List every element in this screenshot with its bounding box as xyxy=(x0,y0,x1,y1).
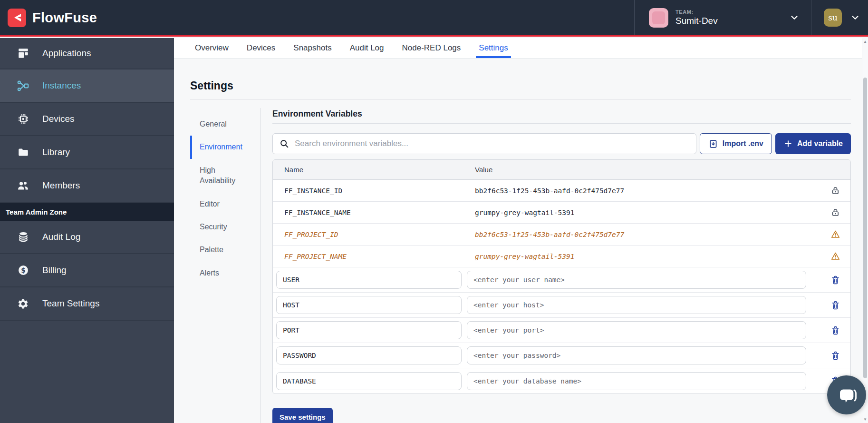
table-row xyxy=(273,343,850,368)
import-env-button[interactable]: Import .env xyxy=(700,133,772,154)
tab-audit-log[interactable]: Audit Log xyxy=(350,38,384,58)
sidebar-item-audit-log[interactable]: Audit Log xyxy=(0,221,174,254)
lock-icon xyxy=(820,186,850,196)
user-menu[interactable]: su xyxy=(811,0,868,35)
variable-value: bb2f6c53-1f25-453b-aafd-0c2f475d7e77 xyxy=(475,187,820,195)
table-row: FF_INSTANCE_ID bb2f6c53-1f25-453b-aafd-0… xyxy=(273,180,850,202)
table-row: FF_INSTANCE_NAME grumpy-grey-wagtail-539… xyxy=(273,202,850,224)
warning-icon xyxy=(820,251,850,261)
library-icon xyxy=(17,146,29,159)
svg-text:$: $ xyxy=(21,266,25,274)
billing-icon: $ xyxy=(17,264,29,277)
variable-name-input[interactable] xyxy=(276,296,462,314)
import-file-icon xyxy=(708,139,718,149)
sidebar-item-instances[interactable]: Instances xyxy=(0,69,174,103)
sidebar-item-members[interactable]: Members xyxy=(0,169,174,203)
team-label: TEAM: xyxy=(675,9,718,15)
tab-node-red-logs[interactable]: Node-RED Logs xyxy=(402,38,461,58)
variable-value-input[interactable] xyxy=(467,271,806,289)
devices-icon xyxy=(17,113,29,126)
variable-name-input[interactable] xyxy=(276,321,462,339)
sidebar-item-label: Devices xyxy=(42,114,75,124)
settings-nav-alerts[interactable]: Alerts xyxy=(190,262,260,285)
scrollbar-down-arrow[interactable]: ▼ xyxy=(862,417,868,422)
scrollbar-up-arrow[interactable]: ▲ xyxy=(862,39,868,44)
tab-snapshots[interactable]: Snapshots xyxy=(293,38,331,58)
settings-nav-general[interactable]: General xyxy=(190,113,260,136)
tab-overview[interactable]: Overview xyxy=(195,38,229,58)
lock-icon xyxy=(820,207,850,217)
variable-name: FF_PROJECT_NAME xyxy=(273,253,475,260)
sidebar-item-team-settings[interactable]: Team Settings xyxy=(0,287,174,321)
search-box xyxy=(272,133,696,154)
instance-tabs: Overview Devices Snapshots Audit Log Nod… xyxy=(174,38,868,59)
search-input[interactable] xyxy=(295,139,690,148)
top-header: FlowFuse TEAM: Sumit-Dev su xyxy=(0,0,868,37)
sidebar-item-billing[interactable]: $ Billing xyxy=(0,254,174,287)
column-header-name: Name xyxy=(273,166,475,174)
table-header: Name Value xyxy=(273,160,850,180)
sidebar: Applications Instances Devices Library M… xyxy=(0,38,174,423)
chat-bubble-icon xyxy=(836,384,858,406)
chat-widget-button[interactable] xyxy=(827,375,866,414)
settings-nav-editor[interactable]: Editor xyxy=(190,193,260,216)
trash-icon[interactable] xyxy=(820,325,850,335)
team-selector[interactable]: TEAM: Sumit-Dev xyxy=(634,0,811,35)
gear-icon xyxy=(17,297,29,310)
page-title: Settings xyxy=(190,79,851,92)
trash-icon[interactable] xyxy=(820,351,850,361)
team-admin-zone-label: Team Admin Zone xyxy=(0,203,174,221)
flowfuse-logo-icon xyxy=(8,9,26,27)
team-avatar xyxy=(649,8,668,28)
variable-value-input[interactable] xyxy=(467,296,806,314)
sidebar-item-library[interactable]: Library xyxy=(0,136,174,169)
sidebar-item-label: Library xyxy=(42,147,70,157)
variable-value-input[interactable] xyxy=(467,321,806,339)
table-row: FF_PROJECT_NAME grumpy-grey-wagtail-5391 xyxy=(273,246,850,267)
sidebar-item-label: Billing xyxy=(42,265,67,275)
table-row xyxy=(273,368,850,393)
sidebar-item-label: Instances xyxy=(42,80,81,91)
brand-name: FlowFuse xyxy=(32,10,97,26)
settings-page: Settings General Environment High Availa… xyxy=(174,79,868,423)
settings-nav-security[interactable]: Security xyxy=(190,216,260,238)
chevron-down-icon xyxy=(789,12,800,23)
trash-icon[interactable] xyxy=(820,300,850,310)
trash-icon[interactable] xyxy=(820,275,850,285)
main-content: Overview Devices Snapshots Audit Log Nod… xyxy=(174,38,868,423)
scrollbar[interactable]: ▲ ▼ xyxy=(862,38,868,423)
scrollbar-thumb[interactable] xyxy=(863,78,867,378)
search-icon xyxy=(279,138,289,149)
variable-name: FF_INSTANCE_NAME xyxy=(273,209,475,216)
column-header-value: Value xyxy=(475,166,820,174)
variable-value: grumpy-grey-wagtail-5391 xyxy=(475,253,820,260)
add-variable-label: Add variable xyxy=(797,139,843,148)
audit-log-icon xyxy=(17,231,29,244)
section-title: Environment Variables xyxy=(272,109,851,119)
settings-nav-palette[interactable]: Palette xyxy=(190,238,260,261)
variable-name-input[interactable] xyxy=(276,271,462,289)
table-row xyxy=(273,293,850,318)
variable-name-input[interactable] xyxy=(276,346,462,364)
table-row xyxy=(273,267,850,293)
tab-settings[interactable]: Settings xyxy=(479,38,508,58)
add-variable-button[interactable]: Add variable xyxy=(775,133,851,154)
settings-nav-high-availability[interactable]: High Availability xyxy=(190,159,260,193)
save-settings-button[interactable]: Save settings xyxy=(272,408,333,423)
sidebar-item-applications[interactable]: Applications xyxy=(0,38,174,69)
plus-icon xyxy=(783,139,793,148)
divider xyxy=(272,123,851,124)
tab-devices[interactable]: Devices xyxy=(247,38,275,58)
variable-name-input[interactable] xyxy=(276,372,462,390)
brand[interactable]: FlowFuse xyxy=(0,9,97,27)
warning-icon xyxy=(820,229,850,239)
settings-nav-environment[interactable]: Environment xyxy=(190,136,260,158)
variable-value-input[interactable] xyxy=(467,346,806,364)
sidebar-item-devices[interactable]: Devices xyxy=(0,103,174,136)
variable-value-input[interactable] xyxy=(467,372,806,390)
env-variables-table: Name Value FF_INSTANCE_ID bb2f6c53-1f25-… xyxy=(272,159,851,394)
variable-name: FF_PROJECT_ID xyxy=(273,231,475,238)
table-row: FF_PROJECT_ID bb2f6c53-1f25-453b-aafd-0c… xyxy=(273,224,850,246)
divider xyxy=(190,99,851,99)
sidebar-item-label: Audit Log xyxy=(42,232,80,242)
